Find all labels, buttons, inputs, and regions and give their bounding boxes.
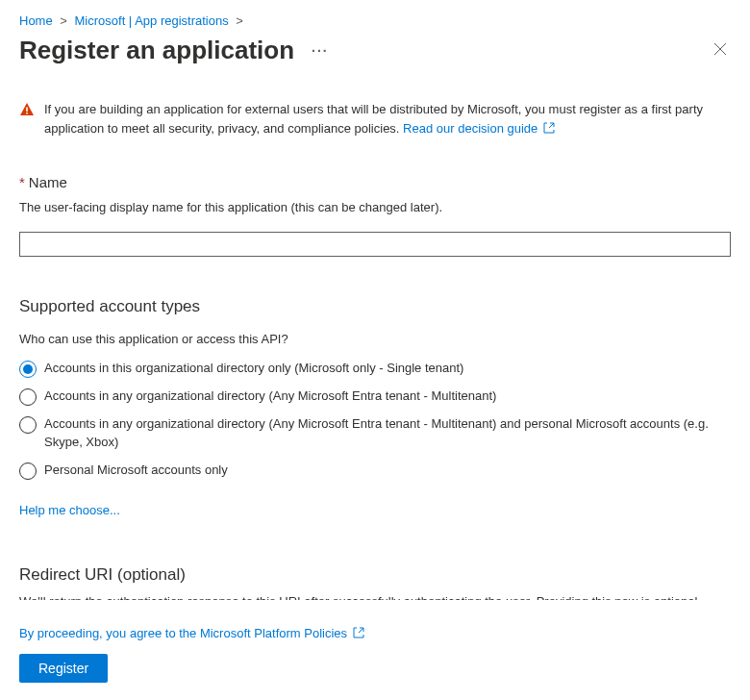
redirect-uri-title: Redirect URI (optional) [19, 565, 731, 585]
radio-label: Accounts in this organizational director… [44, 360, 463, 378]
radio-multitenant-personal[interactable]: Accounts in any organizational directory… [19, 415, 731, 452]
help-me-choose-link[interactable]: Help me choose... [19, 503, 120, 517]
decision-guide-link[interactable]: Read our decision guide [403, 121, 555, 136]
account-types-title: Supported account types [19, 297, 731, 316]
account-types-question: Who can use this application or access t… [19, 332, 731, 346]
radio-label: Accounts in any organizational directory… [44, 388, 496, 406]
breadcrumb: Home > Microsoft | App registrations > [0, 0, 750, 32]
close-icon[interactable] [710, 38, 731, 62]
page-header: Register an application ··· [0, 32, 750, 79]
name-label: *Name [19, 174, 731, 190]
radio-button-icon [19, 361, 37, 378]
radio-single-tenant[interactable]: Accounts in this organizational director… [19, 360, 731, 378]
footer: By proceeding, you agree to the Microsof… [0, 612, 750, 700]
name-description: The user-facing display name for this ap… [19, 200, 731, 214]
name-label-text: Name [29, 174, 67, 190]
radio-label: Accounts in any organizational directory… [44, 415, 731, 452]
page-title-text: Register an application [19, 36, 294, 65]
warning-alert: If you are building an application for e… [19, 79, 731, 147]
external-link-icon [543, 120, 555, 132]
name-input[interactable] [19, 232, 731, 257]
warning-icon [19, 102, 35, 117]
name-field-section: *Name The user-facing display name for t… [19, 174, 731, 257]
register-button[interactable]: Register [19, 654, 108, 683]
more-actions-button[interactable]: ··· [312, 43, 329, 59]
warning-message: If you are building an application for e… [44, 102, 703, 136]
external-link-icon [353, 627, 364, 638]
platform-policies-link[interactable]: By proceeding, you agree to the Microsof… [19, 626, 364, 640]
radio-button-icon [19, 388, 37, 406]
redirect-uri-description: We'll return the authentication response… [19, 594, 731, 600]
content-scroll-area[interactable]: If you are building an application for e… [0, 79, 750, 600]
chevron-right-icon: > [236, 13, 243, 28]
required-indicator: * [19, 174, 25, 190]
breadcrumb-app-registrations[interactable]: Microsoft | App registrations [75, 13, 229, 28]
page-title: Register an application ··· [19, 36, 329, 65]
warning-text: If you are building an application for e… [44, 100, 731, 138]
chevron-right-icon: > [60, 13, 67, 28]
breadcrumb-home[interactable]: Home [19, 13, 53, 28]
radio-button-icon [19, 462, 37, 480]
radio-label: Personal Microsoft accounts only [44, 462, 228, 480]
radio-multitenant[interactable]: Accounts in any organizational directory… [19, 388, 731, 406]
account-types-radio-group: Accounts in this organizational director… [19, 360, 731, 480]
radio-button-icon [19, 416, 37, 434]
svg-rect-0 [26, 108, 28, 112]
svg-rect-1 [26, 112, 28, 114]
radio-personal-only[interactable]: Personal Microsoft accounts only [19, 462, 731, 480]
